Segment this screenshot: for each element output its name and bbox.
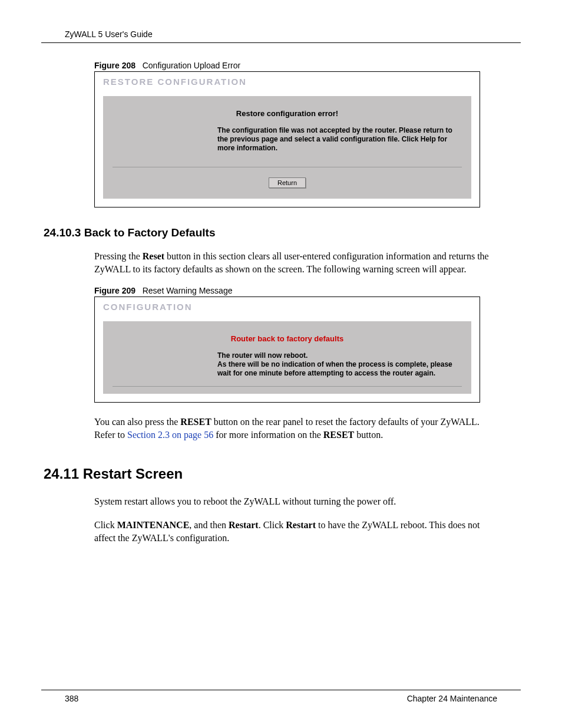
section-24-11-para1: System restart allows you to reboot the … [94, 495, 497, 508]
figure-208-number: Figure 208 [94, 61, 135, 70]
figure-209-caption: Figure 209 Reset Warning Message [94, 286, 521, 295]
page-header: ZyWALL 5 User's Guide [41, 29, 521, 43]
factory-defaults-heading: Router back to factory defaults [113, 334, 462, 343]
panel-divider [113, 386, 462, 387]
page-number: 388 [65, 694, 78, 703]
text-fragment: You can also press the [94, 417, 180, 427]
figure-208-caption: Figure 208 Configuration Upload Error [94, 61, 521, 70]
panel-divider [113, 167, 462, 167]
text-fragment: Pressing the [94, 251, 143, 261]
figure-208-title: Configuration Upload Error [143, 61, 241, 70]
reset-bold: RESET [323, 430, 354, 440]
configuration-title: CONFIGURATION [95, 297, 480, 321]
factory-defaults-panel: Router back to factory defaults The rout… [103, 321, 471, 394]
restore-config-panel: Restore configuration error! The configu… [103, 96, 471, 199]
restart-bold: Restart [286, 520, 316, 530]
reset-bold: Reset [143, 251, 164, 261]
button-row: Return [113, 177, 462, 188]
text-fragment: . Click [259, 520, 286, 530]
text-fragment: button. [354, 430, 383, 440]
figure-209-number: Figure 209 [94, 286, 135, 295]
section-24-10-3-heading: 24.10.3 Back to Factory Defaults [44, 226, 521, 239]
text-fragment: Click [94, 520, 117, 530]
restore-error-body: The configuration file was not accepted … [217, 126, 453, 153]
return-button[interactable]: Return [269, 177, 306, 188]
text-fragment: for more information on the [213, 430, 323, 440]
section-24-11-para2: Click MAINTENANCE, and then Restart. Cli… [94, 519, 497, 544]
text-fragment: As there will be no indication of when t… [217, 360, 452, 377]
text-fragment: , and then [189, 520, 229, 530]
restart-bold: Restart [229, 520, 259, 530]
section-24-11-heading: 24.11 Restart Screen [44, 466, 521, 482]
text-fragment: The router [217, 351, 254, 360]
figure-209-screenshot: CONFIGURATION Router back to factory def… [94, 297, 480, 403]
figure-208-screenshot: RESTORE CONFIGURATION Restore configurat… [94, 71, 480, 207]
restore-config-title: RESTORE CONFIGURATION [95, 72, 480, 96]
restore-error-heading: Restore configuration error! [113, 109, 462, 118]
text-fragment: reboot. [282, 351, 308, 360]
section-24-10-3-para: Pressing the Reset button in this sectio… [94, 250, 497, 275]
figure-209-title: Reset Warning Message [143, 286, 233, 295]
reset-bold: RESET [180, 417, 211, 427]
after-fig209-para: You can also press the RESET button on t… [94, 416, 497, 441]
chapter-label: Chapter 24 Maintenance [407, 694, 497, 703]
section-2-3-link[interactable]: Section 2.3 on page 56 [127, 430, 213, 440]
will-now-bold: will now [254, 351, 282, 360]
factory-defaults-body: The router will now reboot. As there wil… [217, 351, 453, 378]
maintenance-bold: MAINTENANCE [117, 520, 190, 530]
header-title: ZyWALL 5 User's Guide [65, 29, 153, 39]
page-footer: 388 Chapter 24 Maintenance [41, 690, 521, 703]
